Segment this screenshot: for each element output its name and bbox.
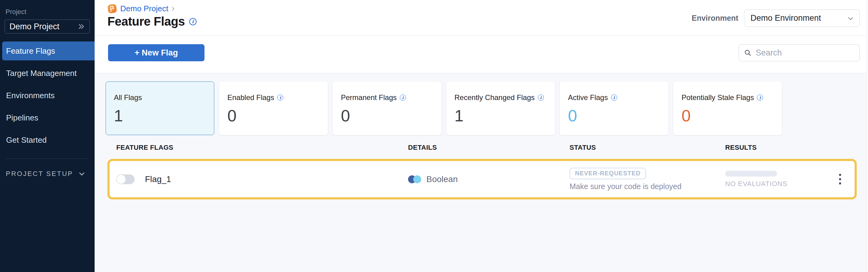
- app-window: Project Demo Project Feature Flags Targe…: [0, 0, 868, 272]
- card-value: 0: [568, 106, 668, 125]
- toggle-knob: [116, 174, 126, 184]
- stats-card-recently-changed-flags[interactable]: Recently Changed Flags i 1: [446, 81, 555, 135]
- chevron-down-icon: [847, 14, 855, 22]
- info-icon[interactable]: i: [611, 95, 617, 101]
- project-setup-section-toggle[interactable]: PROJECT SETUP: [6, 170, 95, 178]
- project-setup-label: PROJECT SETUP: [6, 170, 73, 178]
- new-flag-button[interactable]: + New Flag: [108, 44, 205, 61]
- results-cell: NO EVALUATIONS: [725, 171, 834, 188]
- flag-cell: Flag_1: [116, 174, 408, 184]
- flags-content: All Flags 1 Enabled Flags i 0 Permanent …: [95, 73, 868, 272]
- card-label: Potentially Stale Flags: [682, 93, 754, 102]
- card-label: All Flags: [114, 93, 142, 102]
- flags-table-header: FEATURE FLAGS DETAILS STATUS RESULTS: [107, 144, 857, 151]
- double-chevron-right-icon[interactable]: [77, 23, 85, 31]
- sidebar-item-label: Environments: [6, 91, 55, 100]
- environment-label: Environment: [691, 14, 738, 23]
- environment-picker: Environment Demo Environment: [691, 9, 860, 27]
- results-placeholder-bar: [725, 171, 777, 176]
- project-selector[interactable]: Demo Project: [5, 20, 90, 34]
- flag-toggle[interactable]: [116, 174, 134, 184]
- stats-cards-row: All Flags 1 Enabled Flags i 0 Permanent …: [95, 73, 868, 135]
- scrollbar-track[interactable]: [866, 0, 868, 272]
- sidebar-nav: Feature Flags Target Management Environm…: [0, 34, 95, 149]
- search-input[interactable]: [756, 48, 864, 58]
- flag-table-row[interactable]: Flag_1 Boolean NEVER-REQUESTED Make sure…: [107, 159, 857, 199]
- card-value: 0: [682, 106, 782, 125]
- card-label: Recently Changed Flags: [455, 93, 535, 102]
- card-value: 0: [227, 106, 328, 125]
- flag-name: Flag_1: [145, 174, 171, 184]
- sidebar-item-label: Feature Flags: [6, 46, 55, 56]
- status-badge: NEVER-REQUESTED: [569, 168, 646, 179]
- info-icon[interactable]: i: [277, 95, 283, 101]
- feature-flags-module-icon: [107, 3, 117, 14]
- sidebar-item-target-management[interactable]: Target Management: [0, 64, 95, 82]
- flags-toolbar: + New Flag: [95, 36, 868, 73]
- stats-card-permanent-flags[interactable]: Permanent Flags i 0: [333, 81, 441, 135]
- card-label: Permanent Flags: [341, 93, 397, 102]
- stats-card-potentially-stale-flags[interactable]: Potentially Stale Flags i 0: [673, 81, 782, 135]
- column-header-details: DETAILS: [408, 144, 569, 151]
- sidebar-item-label: Target Management: [6, 69, 76, 78]
- info-icon[interactable]: i: [400, 95, 406, 101]
- stats-card-all-flags[interactable]: All Flags 1: [105, 81, 214, 135]
- card-value: 1: [455, 106, 555, 125]
- breadcrumb-chevron-icon: ›: [172, 3, 175, 13]
- stats-card-enabled-flags[interactable]: Enabled Flags i 0: [219, 81, 328, 135]
- environment-select[interactable]: Demo Environment: [744, 9, 860, 27]
- card-label: Active Flags: [568, 93, 608, 102]
- project-selector-name: Demo Project: [9, 22, 60, 31]
- column-header-results: RESULTS: [725, 144, 834, 151]
- title-info-icon[interactable]: i: [189, 18, 196, 25]
- column-header-status: STATUS: [569, 144, 725, 151]
- sidebar-item-label: Get Started: [6, 135, 47, 145]
- page-title: Feature Flags: [107, 14, 185, 28]
- info-icon[interactable]: i: [757, 95, 763, 101]
- search-box: [739, 44, 860, 61]
- results-label: NO EVALUATIONS: [725, 180, 834, 188]
- kebab-menu-icon[interactable]: [837, 171, 844, 187]
- sidebar-item-feature-flags[interactable]: Feature Flags: [2, 41, 95, 60]
- card-value: 1: [114, 106, 214, 125]
- search-icon: [744, 49, 752, 57]
- flag-type-label: Boolean: [426, 174, 458, 184]
- status-cell: NEVER-REQUESTED Make sure your code is d…: [569, 168, 725, 191]
- details-cell: Boolean: [408, 174, 569, 184]
- project-label: Project: [5, 8, 95, 16]
- environment-select-value: Demo Environment: [750, 13, 821, 23]
- sidebar-item-environments[interactable]: Environments: [0, 86, 95, 105]
- breadcrumb-project-link[interactable]: Demo Project: [120, 4, 168, 13]
- sidebar-item-label: Pipelines: [6, 113, 38, 123]
- card-value: 0: [341, 106, 441, 125]
- boolean-type-icon: [408, 175, 422, 183]
- stats-card-active-flags[interactable]: Active Flags i 0: [560, 81, 669, 135]
- project-sidebar: Project Demo Project Feature Flags Targe…: [0, 0, 95, 272]
- chevron-down-icon: [78, 170, 86, 177]
- sidebar-divider: [6, 159, 89, 159]
- sidebar-item-pipelines[interactable]: Pipelines: [0, 108, 95, 127]
- info-icon[interactable]: i: [538, 95, 544, 101]
- row-menu-cell: [837, 171, 855, 187]
- page-header: Demo Project › Feature Flags i Environme…: [95, 0, 868, 36]
- main-panel: Demo Project › Feature Flags i Environme…: [95, 0, 868, 272]
- sidebar-item-get-started[interactable]: Get Started: [0, 131, 95, 149]
- column-header-feature-flags: FEATURE FLAGS: [116, 144, 408, 151]
- status-message: Make sure your code is deployed: [569, 182, 725, 191]
- card-label: Enabled Flags: [227, 93, 274, 102]
